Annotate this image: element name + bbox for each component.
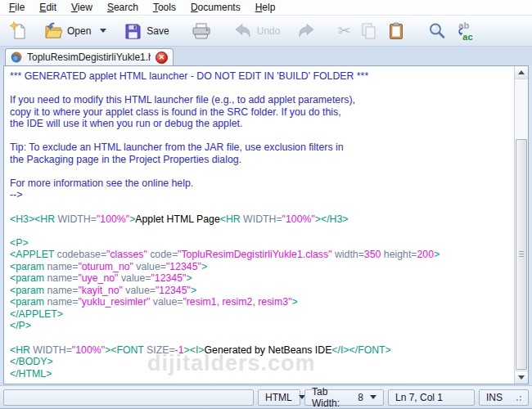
code-line: For more information see the online help…: [10, 178, 513, 190]
code-line: -->: [10, 189, 513, 201]
redo-arrow-icon: [296, 21, 316, 41]
copy-pages-icon: [358, 21, 378, 41]
resize-grip-icon: [515, 394, 521, 401]
document-tab[interactable]: TopluResimDegistirliYukle1.html ✕: [5, 48, 174, 65]
save-button-label: Save: [147, 25, 169, 37]
scissors-icon: ✂: [337, 21, 350, 40]
status-bar: HTML Tab Width: 8 Ln 7, Col 1 INS: [0, 385, 532, 408]
clipboard-icon: [386, 21, 406, 41]
new-document-button[interactable]: [5, 19, 33, 43]
menu-view[interactable]: View: [64, 0, 100, 15]
paste-button[interactable]: [382, 19, 410, 43]
scrollbar-grip-icon: [519, 251, 524, 258]
cursor-position-panel: Ln 7, Col 1: [388, 389, 475, 406]
toolbar: Open Save Undo: [0, 16, 532, 47]
code-line: [10, 165, 513, 178]
code-line: [10, 130, 513, 142]
language-label: HTML: [265, 392, 292, 403]
tab-width-dropdown-arrow-icon: [370, 395, 376, 399]
insert-mode: INS: [486, 392, 503, 403]
tab-title: TopluResimDegistirliYukle1.html: [27, 52, 151, 63]
ab-ac-replace-icon: ab ac: [455, 21, 475, 41]
save-button[interactable]: Save: [119, 19, 173, 43]
magnifier-icon: [427, 21, 447, 41]
code-line: copy it to where your applet class is fo…: [10, 106, 513, 119]
code-line: [10, 225, 513, 237]
redo-button: [292, 19, 320, 43]
code-line: <param name="oturum_no" value="12345">: [10, 261, 513, 273]
scrollbar-thumb[interactable]: [516, 139, 527, 370]
tab-bar: TopluResimDegistirliYukle1.html ✕: [0, 47, 532, 65]
vertical-scrollbar[interactable]: [514, 66, 528, 384]
code-line: <P>: [10, 237, 513, 249]
copy-button: [354, 19, 382, 43]
code-line: the Packaging page in the Project Proper…: [10, 154, 513, 166]
code-line: the IDE will use it when you run or debu…: [10, 118, 513, 130]
undo-button-label: Undo: [257, 25, 281, 37]
language-selector[interactable]: HTML: [258, 389, 300, 406]
tab-width-selector[interactable]: Tab Width: 8: [304, 389, 384, 406]
code-line: </P>: [10, 320, 513, 332]
code-line: If you need to modify this HTML launcher…: [10, 94, 513, 106]
menu-bar: File Edit View Search Tools Documents He…: [0, 0, 532, 16]
undo-button: Undo: [229, 19, 285, 43]
code-line: <H3><HR WIDTH="100%">Applet HTML Page<HR…: [10, 213, 513, 226]
open-dropdown-arrow-icon[interactable]: [100, 29, 106, 33]
menu-documents[interactable]: Documents: [183, 0, 248, 15]
scroll-up-button[interactable]: [515, 66, 528, 79]
open-button-label: Open: [67, 25, 91, 37]
floppy-disk-icon: [123, 21, 142, 41]
undo-arrow-icon: [233, 21, 253, 41]
menu-tools[interactable]: Tools: [146, 0, 183, 15]
code-line: [10, 83, 513, 95]
code-line: <HR WIDTH="100%"><FONT SIZE=-1><I>Genera…: [10, 344, 513, 357]
printer-icon: [191, 21, 212, 41]
code-line: <param name="yuklu_resimler" value="resi…: [10, 296, 513, 308]
code-line: <param name="uye_no" value="12345">: [10, 272, 513, 285]
code-line: </BODY>: [10, 356, 513, 368]
cut-button: ✂: [333, 19, 354, 43]
code-line: <APPLET codebase="classes" code="TopluRe…: [10, 249, 513, 261]
code-line: [10, 332, 513, 344]
new-document-icon: [9, 21, 29, 41]
scroll-down-button[interactable]: [515, 371, 528, 384]
code-area[interactable]: *** GENERATED applet HTML launcher - DO …: [4, 66, 513, 384]
scroll-down-arrow-icon: [518, 375, 525, 380]
editor-window: File Edit View Search Tools Documents He…: [0, 0, 532, 409]
code-line: [10, 201, 513, 213]
code-line: Tip: To exclude an HTML launcher from th…: [10, 142, 513, 154]
open-button[interactable]: Open: [39, 19, 110, 43]
html-file-firefox-icon: [11, 52, 22, 63]
code-line: </HTML>: [10, 368, 513, 380]
replace-button[interactable]: ab ac: [451, 19, 479, 43]
tab-close-icon[interactable]: ✕: [156, 52, 168, 64]
menu-search[interactable]: Search: [100, 0, 146, 15]
find-button[interactable]: [423, 19, 451, 43]
code-line: </APPLET>: [10, 308, 513, 321]
menu-help[interactable]: Help: [248, 0, 283, 15]
code-line: <param name="kayit_no" value="12345">: [10, 285, 513, 297]
tab-width-label: Tab Width:: [312, 386, 353, 409]
code-line: *** GENERATED applet HTML launcher - DO …: [10, 70, 513, 83]
cursor-position: Ln 7, Col 1: [395, 392, 443, 403]
menu-edit[interactable]: Edit: [32, 0, 64, 15]
menu-file[interactable]: File: [2, 0, 32, 15]
open-folder-icon: [43, 21, 63, 41]
print-button[interactable]: [187, 19, 216, 43]
status-message-panel: [3, 389, 254, 406]
scroll-up-arrow-icon: [518, 70, 525, 74]
insert-mode-panel: INS: [479, 389, 529, 406]
tab-width-value: 8: [358, 392, 363, 403]
editor-pane: *** GENERATED applet HTML launcher - DO …: [3, 65, 529, 384]
